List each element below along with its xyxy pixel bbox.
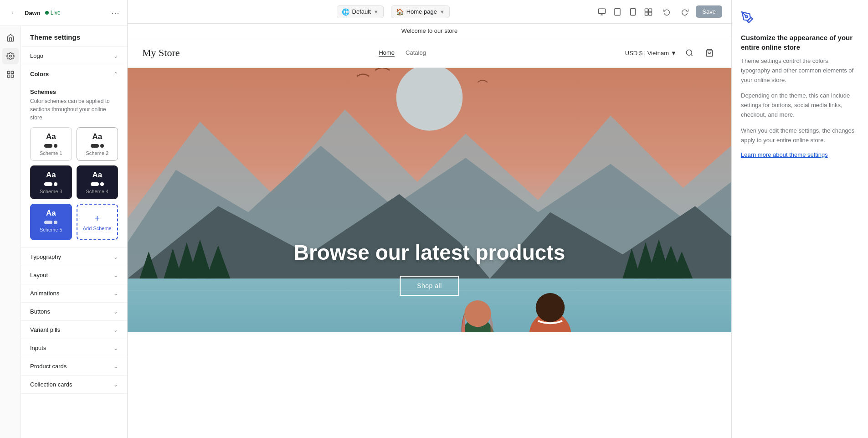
preview-scroll[interactable]: Welcome to our store My Store Home Catal… [128, 24, 731, 438]
schemes-title: Schemes [30, 88, 118, 95]
announcement-bar: Welcome to our store [128, 24, 731, 38]
nav-home-icon[interactable] [2, 30, 19, 46]
more-view-button[interactable] [641, 5, 656, 19]
topbar: 🌐 Default ▼ 🏠 Home page ▼ [128, 0, 731, 24]
nav-catalog-link[interactable]: Catalog [406, 49, 426, 57]
back-button[interactable]: ← [7, 6, 20, 19]
svg-rect-3 [7, 75, 10, 77]
hero-cta-button[interactable]: Shop all [400, 276, 459, 296]
store-actions: USD $ | Vietnam ▼ [625, 46, 717, 60]
tablet-view-button[interactable] [610, 5, 625, 19]
svg-point-39 [464, 300, 491, 327]
sidebar-item-typography[interactable]: Typography ⌄ [21, 248, 127, 266]
undo-button[interactable] [659, 5, 674, 19]
more-options-button[interactable]: ⋯ [111, 8, 120, 18]
svg-rect-15 [649, 12, 652, 15]
scheme-3-card[interactable]: Aa Scheme 3 [30, 165, 72, 199]
cart-button[interactable] [702, 46, 717, 60]
right-panel: Customize the appearance of your entire … [731, 0, 868, 438]
panel-desc-1: Theme settings control the colors, typog… [741, 57, 859, 85]
topbar-right: Save [595, 5, 722, 19]
scheme-1-card[interactable]: Aa Scheme 1 [30, 127, 72, 161]
colors-header[interactable]: Colors ⌃ [21, 65, 127, 83]
store-nav: Home Catalog [379, 49, 426, 57]
schemes-bottom-row: Aa Scheme 5 + Add Scheme [30, 204, 118, 240]
live-dot [45, 11, 49, 15]
page-selector[interactable]: 🏠 Home page ▼ [391, 5, 450, 18]
chevron-down-icon: ⌄ [113, 363, 118, 370]
nav-home-link[interactable]: Home [379, 49, 395, 57]
currency-selector[interactable]: USD $ | Vietnam ▼ [625, 50, 677, 57]
svg-rect-12 [645, 9, 648, 12]
sidebar-icon-nav [0, 26, 21, 438]
schemes-desc: Color schemes can be applied to sections… [30, 97, 118, 122]
scheme-5-card[interactable]: Aa Scheme 5 [30, 204, 72, 240]
svg-line-17 [691, 54, 692, 56]
hero-section: Browse our latest products Shop all [128, 68, 731, 332]
preview-area: Welcome to our store My Store Home Catal… [128, 24, 731, 438]
nav-settings-icon[interactable] [2, 48, 19, 64]
sidebar-item-layout[interactable]: Layout ⌄ [21, 266, 127, 284]
chevron-down-icon: ⌄ [113, 381, 118, 388]
svg-rect-5 [599, 9, 606, 14]
redo-button[interactable] [678, 5, 692, 19]
preview-frame: Welcome to our store My Store Home Catal… [128, 24, 731, 438]
sidebar-item-logo[interactable]: Logo ⌄ [21, 47, 127, 65]
theme-selector[interactable]: 🌐 Default ▼ [337, 5, 384, 18]
live-badge: Live [45, 10, 61, 16]
sidebar-item-animations[interactable]: Animations ⌄ [21, 284, 127, 303]
store-logo: My Store [142, 47, 180, 59]
svg-rect-1 [7, 71, 10, 73]
sidebar-title: Theme settings [21, 26, 127, 47]
brush-icon [741, 11, 859, 26]
panel-desc-2: Depending on the theme, this can include… [741, 91, 859, 119]
chevron-down-icon: ⌄ [113, 309, 118, 315]
hero-title: Browse our latest products [128, 240, 731, 265]
svg-point-42 [746, 16, 748, 18]
save-button[interactable]: Save [696, 5, 722, 18]
svg-rect-13 [649, 9, 652, 12]
add-scheme-card[interactable]: + Add Scheme [77, 204, 118, 240]
sidebar-item-collection-cards[interactable]: Collection cards ⌄ [21, 376, 127, 394]
chevron-down-icon: ⌄ [113, 272, 118, 278]
home-icon: 🏠 [396, 8, 404, 15]
nav-blocks-icon[interactable] [2, 66, 19, 82]
svg-point-16 [686, 50, 692, 55]
panel-desc-3: When you edit theme settings, the change… [741, 126, 859, 145]
sidebar-item-product-cards[interactable]: Product cards ⌄ [21, 357, 127, 376]
sidebar-item-buttons[interactable]: Buttons ⌄ [21, 303, 127, 321]
sidebar-main-content: Theme settings Logo ⌄ Colors ⌃ Schemes C… [21, 26, 127, 438]
svg-point-41 [536, 293, 565, 322]
chevron-up-icon: ⌃ [113, 71, 118, 77]
topbar-center: 🌐 Default ▼ 🏠 Home page ▼ [337, 5, 450, 18]
desktop-view-button[interactable] [595, 5, 609, 19]
chevron-down-icon: ⌄ [113, 254, 118, 260]
svg-rect-2 [11, 71, 13, 73]
chevron-down-icon: ⌄ [113, 53, 118, 59]
hero-content: Browse our latest products Shop all [128, 240, 731, 296]
svg-rect-4 [11, 75, 13, 77]
globe-icon: 🌐 [342, 8, 349, 15]
chevron-down-icon: ⌄ [113, 290, 118, 297]
svg-rect-14 [645, 12, 648, 15]
scheme-4-card[interactable]: Aa Scheme 4 [77, 165, 118, 199]
mobile-view-button[interactable] [626, 5, 640, 19]
svg-point-0 [9, 55, 11, 57]
chevron-down-icon: ▼ [440, 9, 445, 15]
sidebar-item-variant-pills[interactable]: Variant pills ⌄ [21, 321, 127, 339]
sidebar-item-colors: Colors ⌃ Schemes Color schemes can be ap… [21, 65, 127, 248]
colors-body: Schemes Color schemes can be applied to … [21, 83, 127, 247]
panel-title: Customize the appearance of your entire … [741, 33, 859, 52]
schemes-grid: Aa Scheme 1 Aa [30, 127, 118, 199]
undo-redo-group [595, 5, 656, 19]
theme-name-label: Dawn [25, 10, 41, 16]
chevron-down-icon: ⌄ [113, 327, 118, 333]
store-header: My Store Home Catalog USD $ | Vietnam ▼ [128, 38, 731, 68]
scheme-2-card[interactable]: Aa Scheme 2 [77, 127, 118, 161]
chevron-down-icon: ⌄ [113, 345, 118, 351]
search-button[interactable] [682, 46, 697, 60]
chevron-down-icon: ▼ [374, 9, 379, 15]
learn-more-link[interactable]: Learn more about theme settings [741, 151, 828, 158]
sidebar-item-inputs[interactable]: Inputs ⌄ [21, 339, 127, 357]
